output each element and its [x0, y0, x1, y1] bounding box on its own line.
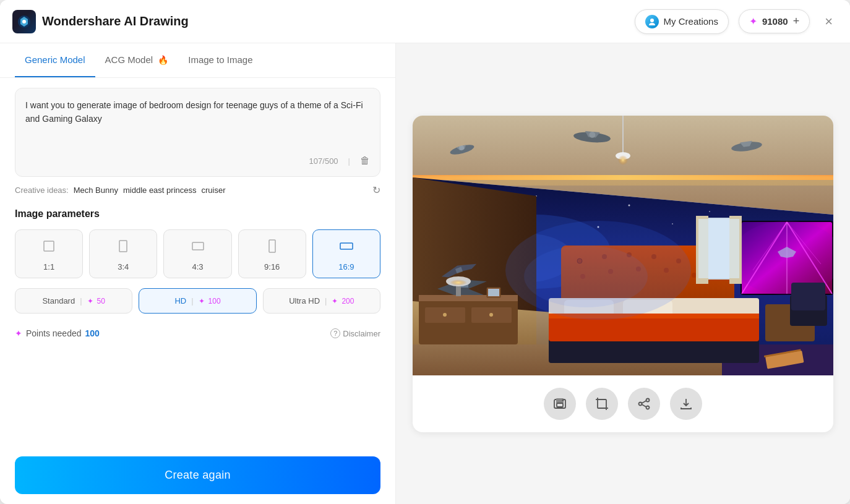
idea-tag-0[interactable]: Mech Bunny: [74, 186, 118, 195]
svg-rect-7: [340, 243, 353, 249]
right-panel: [396, 43, 850, 504]
creative-ideas: Creative ideas: Mech Bunny middle east p…: [0, 177, 395, 203]
svg-line-99: [642, 401, 646, 403]
tab-generic-model[interactable]: Generic Model: [15, 43, 95, 77]
prompt-box: I want you to generate image of bedroom …: [15, 88, 380, 177]
svg-rect-4: [119, 241, 127, 252]
ratio-btn-9-16[interactable]: 9:16: [238, 229, 306, 278]
svg-point-96: [646, 398, 650, 401]
quality-hd[interactable]: HD | ✦ 100: [139, 288, 256, 314]
points-info: ✦ Points needed 100 ? Disclaimer: [15, 323, 380, 343]
points-value: 91080: [762, 16, 788, 27]
title-left: Wondershare AI Drawing: [12, 10, 189, 33]
svg-rect-73: [791, 283, 825, 310]
clear-prompt-icon[interactable]: 🗑: [360, 155, 370, 166]
svg-point-35: [450, 280, 467, 286]
tab-acg-model[interactable]: ACG Model 🔥: [95, 43, 179, 77]
svg-rect-91: [598, 399, 606, 408]
hd-points-icon: ✦: [199, 297, 205, 305]
share-button[interactable]: [628, 388, 660, 420]
ratio-btn-1-1[interactable]: 1:1: [15, 229, 83, 278]
download-button[interactable]: [670, 388, 702, 420]
my-creations-label: My Creations: [664, 16, 718, 27]
app-window: Wondershare AI Drawing My Creations ✦ 91…: [0, 0, 850, 504]
svg-rect-3: [44, 241, 54, 251]
svg-point-14: [629, 204, 630, 206]
svg-point-71: [618, 155, 628, 165]
params-section: Image parameters 1:1: [0, 203, 395, 446]
quality-row: Standard | ✦ 50 HD | ✦ 100 Ultra HD |: [15, 288, 380, 314]
ratio-icon-4-3: [191, 239, 205, 257]
my-creations-icon: [645, 15, 659, 28]
fire-icon: 🔥: [158, 55, 168, 65]
ratio-btn-16-9[interactable]: 16:9: [312, 229, 380, 278]
ratio-btn-3-4[interactable]: 3:4: [89, 229, 157, 278]
ratio-icon-9-16: [265, 239, 280, 257]
svg-point-31: [443, 313, 447, 317]
disclaimer-link[interactable]: ? Disclaimer: [330, 328, 380, 338]
create-again-button[interactable]: Create again: [15, 456, 380, 494]
points-needed-value: 100: [85, 328, 100, 338]
prompt-footer: 107/500 | 🗑: [25, 155, 370, 166]
ratio-icon-16-9: [339, 239, 354, 257]
svg-point-2: [650, 19, 654, 22]
points-icon: ✦: [749, 15, 757, 27]
image-card: [413, 116, 833, 432]
title-bar: Wondershare AI Drawing My Creations ✦ 91…: [0, 0, 850, 43]
idea-tag-1[interactable]: middle east princess: [123, 186, 197, 195]
svg-rect-68: [698, 219, 739, 278]
svg-rect-6: [269, 240, 275, 252]
svg-point-18: [672, 223, 673, 224]
generated-image-container: [413, 116, 833, 375]
refresh-ideas-icon[interactable]: ↻: [372, 184, 380, 196]
generated-image-svg: [413, 116, 833, 375]
points-needed-icon: ✦: [15, 328, 22, 338]
disclaimer-circle-icon: ?: [330, 328, 340, 338]
svg-point-89: [562, 399, 564, 401]
prompt-section: I want you to generate image of bedroom …: [0, 78, 395, 177]
svg-point-97: [639, 402, 642, 405]
svg-line-100: [642, 404, 646, 407]
svg-rect-37: [488, 289, 499, 296]
close-button[interactable]: ×: [820, 11, 838, 32]
ultra-points-icon: ✦: [332, 297, 338, 305]
tabs: Generic Model ACG Model 🔥 Image to Image: [0, 43, 395, 78]
crop-button[interactable]: [586, 388, 618, 420]
svg-rect-5: [192, 242, 204, 250]
app-title: Wondershare AI Drawing: [42, 14, 189, 28]
creative-ideas-label: Creative ideas:: [15, 186, 69, 195]
app-logo: [12, 10, 36, 33]
char-count: 107/500: [309, 156, 338, 166]
svg-point-98: [646, 406, 650, 409]
quality-ultra[interactable]: Ultra HD | ✦ 200: [263, 288, 380, 314]
create-button-wrapper: Create again: [0, 446, 395, 504]
svg-rect-28: [419, 295, 518, 301]
points-button[interactable]: ✦ 91080 +: [739, 9, 810, 33]
svg-point-15: [709, 211, 710, 212]
svg-point-77: [524, 246, 648, 307]
svg-point-32: [489, 313, 493, 317]
ratio-grid: 1:1 3:4: [15, 229, 380, 278]
idea-tag-2[interactable]: cruiser: [201, 186, 225, 195]
left-panel: Generic Model ACG Model 🔥 Image to Image…: [0, 43, 396, 504]
separator: |: [348, 156, 350, 166]
quality-standard[interactable]: Standard | ✦ 50: [15, 288, 132, 314]
main-content: Generic Model ACG Model 🔥 Image to Image…: [0, 43, 850, 504]
svg-rect-90: [557, 403, 563, 407]
tab-image-to-image[interactable]: Image to Image: [178, 43, 262, 77]
image-toolbar: [531, 375, 715, 432]
standard-points-icon: ✦: [87, 297, 93, 305]
ratio-icon-3-4: [116, 239, 131, 257]
my-creations-button[interactable]: My Creations: [635, 9, 729, 34]
prompt-text[interactable]: I want you to generate image of bedroom …: [25, 98, 370, 148]
svg-point-1: [22, 20, 26, 23]
params-title: Image parameters: [15, 208, 380, 220]
add-points-icon: +: [793, 15, 800, 28]
svg-point-49: [692, 273, 697, 278]
ratio-btn-4-3[interactable]: 4:3: [163, 229, 231, 278]
title-right: My Creations ✦ 91080 + ×: [635, 9, 838, 34]
ratio-icon-1-1: [41, 239, 56, 257]
points-needed: ✦ Points needed 100: [15, 328, 100, 338]
save-to-computer-button[interactable]: [544, 388, 576, 420]
